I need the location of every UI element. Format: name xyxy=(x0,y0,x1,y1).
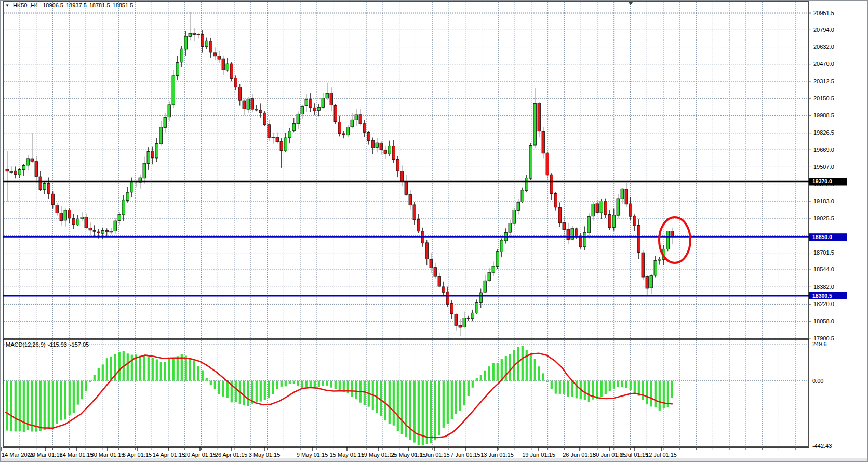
macd-histogram-bar xyxy=(172,358,175,380)
price-axis-label: 20312.5 xyxy=(813,78,834,84)
candle-body xyxy=(604,201,607,215)
macd-histogram-bar xyxy=(98,368,100,381)
candle-body xyxy=(159,127,163,144)
macd-histogram-bar xyxy=(418,381,420,445)
candle-body xyxy=(629,204,632,216)
macd-histogram-bar xyxy=(264,381,266,400)
candle-body xyxy=(105,230,109,232)
candle-body xyxy=(130,182,133,192)
candle-body xyxy=(592,204,595,216)
macd-histogram-bar xyxy=(64,381,66,420)
candle-body xyxy=(642,253,645,277)
candle-body xyxy=(467,318,470,318)
candle-body xyxy=(371,140,375,148)
price-axis-label: 20150.5 xyxy=(813,95,834,101)
candle-body xyxy=(288,131,291,138)
candle-body xyxy=(384,150,387,154)
macd-histogram-bar xyxy=(60,381,62,421)
macd-histogram-bar xyxy=(247,381,249,406)
candle-body xyxy=(305,99,308,105)
macd-histogram-bar xyxy=(659,381,661,411)
candle-body xyxy=(35,162,38,177)
macd-histogram-bar xyxy=(600,381,603,397)
price-axis-label: 20632.0 xyxy=(813,44,834,50)
macd-histogram-bar xyxy=(330,381,332,388)
price-axis-label: 19669.0 xyxy=(813,147,834,153)
candle-body xyxy=(284,138,287,151)
candle-body xyxy=(496,252,499,267)
macd-histogram-bar xyxy=(185,356,187,381)
candle-body xyxy=(413,205,416,220)
macd-histogram-bar xyxy=(94,375,96,380)
candle-body xyxy=(176,63,179,76)
macd-histogram-bar xyxy=(131,355,133,381)
macd-histogram-bar xyxy=(642,381,644,400)
macd-histogram-bar xyxy=(617,381,619,387)
candle-body xyxy=(492,266,495,272)
macd-histogram-bar xyxy=(118,352,121,381)
candle-body xyxy=(272,137,275,138)
macd-histogram-bar xyxy=(538,366,540,380)
macd-histogram-bar xyxy=(663,381,665,408)
candle-body xyxy=(484,281,487,292)
candle-body xyxy=(238,87,242,100)
macd-histogram-bar xyxy=(351,381,353,397)
macd-histogram-bar xyxy=(293,381,295,384)
macd-histogram-bar xyxy=(189,358,191,381)
macd-histogram-bar xyxy=(650,381,652,407)
macd-histogram-bar xyxy=(10,381,12,431)
candle-body xyxy=(326,93,329,98)
macd-histogram-bar xyxy=(355,381,357,400)
candle-body xyxy=(76,219,79,225)
candle-body xyxy=(6,169,9,171)
macd-histogram-bar xyxy=(630,381,632,390)
candle-body xyxy=(218,56,221,59)
price-level-badge-label: 18850.0 xyxy=(812,234,832,240)
candle-body xyxy=(533,103,537,145)
candle-body xyxy=(31,159,34,161)
macd-histogram-bar xyxy=(409,381,411,440)
macd-histogram-bar xyxy=(468,381,470,396)
candle-body xyxy=(22,166,25,170)
macd-histogram-bar xyxy=(222,381,224,397)
candle-body xyxy=(546,153,549,175)
macd-histogram-bar xyxy=(89,381,91,382)
candle-body xyxy=(263,113,266,125)
candle-body xyxy=(554,194,557,207)
macd-histogram-bar xyxy=(143,356,145,381)
candle-body xyxy=(47,183,50,193)
candle-body xyxy=(97,232,100,233)
candle-body xyxy=(268,125,271,138)
macd-histogram-bar xyxy=(193,360,195,380)
candle-body xyxy=(471,313,474,319)
candle-body xyxy=(425,243,429,259)
candle-body xyxy=(292,124,296,131)
macd-histogram-bar xyxy=(226,381,229,398)
macd-histogram-bar xyxy=(646,381,648,404)
time-axis-label: 12 Jul 01:15 xyxy=(646,452,677,458)
macd-histogram-bar xyxy=(401,381,403,434)
macd-histogram-bar xyxy=(23,381,25,432)
price-axis-label: 18058.0 xyxy=(813,318,834,324)
macd-histogram-bar xyxy=(260,381,262,402)
candle-body xyxy=(309,100,312,108)
macd-histogram-bar xyxy=(15,381,17,432)
candle-body xyxy=(400,171,404,181)
macd-histogram-bar xyxy=(81,381,83,400)
price-axis-label: 19826.5 xyxy=(813,129,834,136)
candle-body xyxy=(193,33,196,35)
macd-histogram-bar xyxy=(551,381,553,389)
candle-body xyxy=(168,105,171,117)
candle-body xyxy=(538,103,541,131)
macd-histogram-bar xyxy=(405,381,407,437)
time-axis-label: 19 Jun 01:15 xyxy=(522,452,555,458)
macd-histogram-bar xyxy=(526,350,528,380)
macd-histogram-bar xyxy=(364,381,366,405)
macd-histogram-bar xyxy=(426,381,428,444)
macd-histogram-bar xyxy=(546,381,549,382)
candle-body xyxy=(455,314,458,326)
macd-histogram-bar xyxy=(152,358,154,380)
candle-body xyxy=(143,163,146,178)
symbol-dropdown-icon[interactable]: ▼ xyxy=(5,3,9,8)
macd-histogram-bar xyxy=(148,357,150,381)
